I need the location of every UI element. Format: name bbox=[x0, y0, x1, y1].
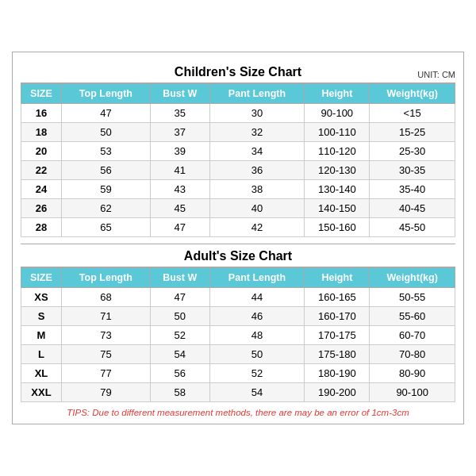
table-cell: M bbox=[21, 326, 62, 345]
table-cell: 50-55 bbox=[370, 288, 455, 307]
table-row: 26624540140-15040-45 bbox=[21, 199, 455, 218]
children-chart-title: Children's Size Chart bbox=[175, 65, 301, 79]
table-cell: 170-175 bbox=[305, 326, 370, 345]
table-cell: XS bbox=[21, 288, 62, 307]
children-col-size: SIZE bbox=[21, 84, 62, 104]
table-cell: 75 bbox=[61, 345, 150, 364]
table-cell: 71 bbox=[61, 307, 150, 326]
table-cell: 47 bbox=[150, 288, 209, 307]
children-col-height: Height bbox=[305, 84, 370, 104]
table-cell: 54 bbox=[150, 345, 209, 364]
table-cell: 22 bbox=[21, 161, 62, 180]
table-cell: 35 bbox=[150, 104, 209, 123]
table-cell: 50 bbox=[61, 123, 150, 142]
table-cell: 90-100 bbox=[370, 383, 455, 402]
table-cell: 25-30 bbox=[370, 142, 455, 161]
table-row: 1647353090-100<15 bbox=[21, 104, 455, 123]
children-table-header-row: SIZE Top Length Bust W Pant Length Heigh… bbox=[21, 84, 455, 104]
table-cell: 110-120 bbox=[305, 142, 370, 161]
table-cell: 59 bbox=[61, 180, 150, 199]
table-cell: 53 bbox=[61, 142, 150, 161]
adult-chart-title: Adult's Size Chart bbox=[184, 249, 292, 263]
table-cell: 45 bbox=[150, 199, 209, 218]
table-cell: 90-100 bbox=[305, 104, 370, 123]
table-cell: 46 bbox=[209, 307, 305, 326]
table-cell: 60-70 bbox=[370, 326, 455, 345]
table-cell: 47 bbox=[61, 104, 150, 123]
table-row: L755450175-18070-80 bbox=[21, 345, 455, 364]
tips-text: TIPS: Due to different measurement metho… bbox=[21, 408, 455, 417]
table-cell: S bbox=[21, 307, 62, 326]
table-cell: 32 bbox=[209, 123, 305, 142]
table-cell: 65 bbox=[61, 218, 150, 237]
table-cell: 26 bbox=[21, 199, 62, 218]
table-row: 20533934110-12025-30 bbox=[21, 142, 455, 161]
table-cell: 54 bbox=[209, 383, 305, 402]
table-cell: 73 bbox=[61, 326, 150, 345]
table-row: 22564136120-13030-35 bbox=[21, 161, 455, 180]
adult-col-weight: Weight(kg) bbox=[370, 268, 455, 288]
table-cell: 140-150 bbox=[305, 199, 370, 218]
table-cell: XL bbox=[21, 364, 62, 383]
table-row: 28654742150-16045-50 bbox=[21, 218, 455, 237]
children-col-weight: Weight(kg) bbox=[370, 84, 455, 104]
children-col-pant-length: Pant Length bbox=[209, 84, 305, 104]
children-col-top-length: Top Length bbox=[61, 84, 150, 104]
table-cell: 56 bbox=[61, 161, 150, 180]
table-cell: 28 bbox=[21, 218, 62, 237]
table-cell: 77 bbox=[61, 364, 150, 383]
table-cell: 70-80 bbox=[370, 345, 455, 364]
children-chart-header: Children's Size Chart UNIT: CM bbox=[21, 60, 455, 83]
table-cell: 36 bbox=[209, 161, 305, 180]
table-cell: 100-110 bbox=[305, 123, 370, 142]
table-cell: 50 bbox=[150, 307, 209, 326]
table-cell: 150-160 bbox=[305, 218, 370, 237]
table-cell: 79 bbox=[61, 383, 150, 402]
table-cell: 45-50 bbox=[370, 218, 455, 237]
table-cell: 16 bbox=[21, 104, 62, 123]
adult-col-height: Height bbox=[305, 268, 370, 288]
unit-label: UNIT: CM bbox=[417, 70, 455, 79]
table-cell: 38 bbox=[209, 180, 305, 199]
table-cell: 24 bbox=[21, 180, 62, 199]
adult-col-top-length: Top Length bbox=[61, 268, 150, 288]
adult-size-table: SIZE Top Length Bust W Pant Length Heigh… bbox=[21, 267, 455, 402]
table-cell: <15 bbox=[370, 104, 455, 123]
table-cell: 80-90 bbox=[370, 364, 455, 383]
table-cell: 175-180 bbox=[305, 345, 370, 364]
table-cell: 43 bbox=[150, 180, 209, 199]
table-cell: 160-165 bbox=[305, 288, 370, 307]
table-cell: L bbox=[21, 345, 62, 364]
table-cell: 50 bbox=[209, 345, 305, 364]
adult-col-size: SIZE bbox=[21, 268, 62, 288]
table-row: XXL795854190-20090-100 bbox=[21, 383, 455, 402]
table-row: XS684744160-16550-55 bbox=[21, 288, 455, 307]
table-cell: 15-25 bbox=[370, 123, 455, 142]
table-cell: 37 bbox=[150, 123, 209, 142]
table-cell: 35-40 bbox=[370, 180, 455, 199]
adult-col-pant-length: Pant Length bbox=[209, 268, 305, 288]
table-cell: 68 bbox=[61, 288, 150, 307]
table-cell: XXL bbox=[21, 383, 62, 402]
children-col-bust-w: Bust W bbox=[150, 84, 209, 104]
table-cell: 48 bbox=[209, 326, 305, 345]
table-cell: 42 bbox=[209, 218, 305, 237]
table-cell: 20 bbox=[21, 142, 62, 161]
table-cell: 160-170 bbox=[305, 307, 370, 326]
adult-table-header-row: SIZE Top Length Bust W Pant Length Heigh… bbox=[21, 268, 455, 288]
table-row: S715046160-17055-60 bbox=[21, 307, 455, 326]
table-cell: 40-45 bbox=[370, 199, 455, 218]
table-cell: 180-190 bbox=[305, 364, 370, 383]
table-cell: 52 bbox=[209, 364, 305, 383]
table-cell: 39 bbox=[150, 142, 209, 161]
table-cell: 56 bbox=[150, 364, 209, 383]
children-size-table: SIZE Top Length Bust W Pant Length Heigh… bbox=[21, 83, 455, 237]
table-cell: 18 bbox=[21, 123, 62, 142]
table-row: 24594338130-14035-40 bbox=[21, 180, 455, 199]
table-cell: 30 bbox=[209, 104, 305, 123]
table-cell: 130-140 bbox=[305, 180, 370, 199]
table-row: XL775652180-19080-90 bbox=[21, 364, 455, 383]
table-cell: 120-130 bbox=[305, 161, 370, 180]
table-row: 18503732100-11015-25 bbox=[21, 123, 455, 142]
table-cell: 41 bbox=[150, 161, 209, 180]
